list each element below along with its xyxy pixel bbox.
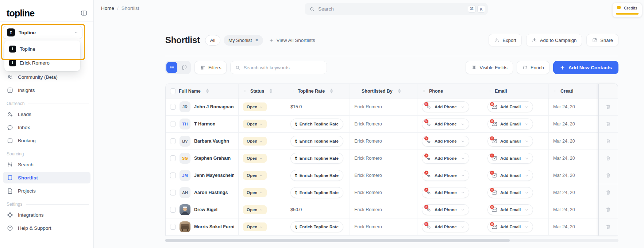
workspace-selector[interactable]: t Topline bbox=[3, 26, 82, 39]
column-header-phone[interactable]: Phone bbox=[417, 84, 483, 98]
column-header-full-name[interactable]: Full Name bbox=[166, 84, 239, 98]
status-dropdown[interactable]: Open bbox=[243, 171, 267, 180]
add-phone-button[interactable]: ✕Add Phone bbox=[422, 204, 469, 215]
drag-handle-icon[interactable] bbox=[243, 89, 247, 93]
table-row[interactable]: Morris Sokol Furniture Open tEnrich Topl… bbox=[166, 218, 598, 236]
sidebar-item-inbox[interactable]: Inbox bbox=[3, 121, 90, 133]
workspace-menu-item-erick-romero[interactable]: t Erick Romero bbox=[6, 56, 79, 70]
drag-handle-icon[interactable] bbox=[553, 89, 558, 93]
table-row[interactable]: JR John J Romagnano Open $15.0 Erick Rom… bbox=[166, 98, 598, 116]
sort-icon[interactable] bbox=[269, 89, 273, 93]
sidebar-item-search[interactable]: Search bbox=[3, 159, 90, 170]
horizontal-scrollbar[interactable] bbox=[165, 239, 618, 242]
add-email-button[interactable]: ✕Add Email bbox=[487, 187, 533, 198]
sidebar-item-insights[interactable]: Insights bbox=[3, 84, 90, 96]
export-button[interactable]: Export bbox=[489, 34, 522, 46]
sidebar-item-help-support[interactable]: Help & Support bbox=[3, 222, 90, 234]
enrich-topline-rate-button[interactable]: tEnrich Topline Rate bbox=[290, 136, 343, 147]
enrich-topline-rate-button[interactable]: tEnrich Topline Rate bbox=[290, 170, 343, 181]
visible-fields-button[interactable]: Visible Fields bbox=[466, 61, 513, 74]
enrich-topline-rate-button[interactable]: tEnrich Topline Rate bbox=[290, 153, 343, 164]
kanban-view-toggle[interactable] bbox=[179, 62, 190, 73]
share-button[interactable]: Share bbox=[586, 34, 618, 46]
keyword-search-input[interactable] bbox=[243, 65, 322, 70]
sidebar-collapse-button[interactable] bbox=[80, 9, 88, 18]
drag-handle-icon[interactable] bbox=[422, 89, 426, 93]
enrich-topline-rate-button[interactable]: tEnrich Topline Rate bbox=[290, 119, 343, 129]
row-checkbox[interactable] bbox=[170, 207, 176, 213]
delete-row-button[interactable] bbox=[604, 120, 612, 128]
list-view-toggle[interactable] bbox=[166, 62, 177, 73]
sidebar-item-leads[interactable]: Leads bbox=[3, 108, 90, 120]
enrich-button[interactable]: Enrich bbox=[517, 61, 549, 74]
column-header-email[interactable]: Email bbox=[483, 84, 549, 98]
sidebar-item-booking[interactable]: Booking bbox=[3, 135, 90, 146]
credits-button[interactable]: Credits bbox=[612, 3, 642, 18]
column-header-creati[interactable]: Creati bbox=[549, 84, 598, 98]
breadcrumb-home[interactable]: Home bbox=[101, 5, 114, 11]
status-dropdown[interactable]: Open bbox=[243, 154, 267, 163]
status-dropdown[interactable]: Open bbox=[243, 222, 267, 231]
table-row[interactable]: Drew Sigel Open $50.0 Erick Romero ✕Add … bbox=[166, 201, 598, 218]
global-search[interactable]: ⌘ K bbox=[305, 3, 488, 15]
drag-handle-icon[interactable] bbox=[354, 89, 359, 93]
close-icon[interactable]: ✕ bbox=[255, 38, 258, 43]
scrollbar-thumb[interactable] bbox=[165, 239, 510, 242]
drag-handle-icon[interactable] bbox=[290, 89, 295, 93]
add-email-button[interactable]: ✕Add Email bbox=[487, 119, 533, 129]
global-search-input[interactable] bbox=[318, 6, 468, 12]
column-header-status[interactable]: Status bbox=[239, 84, 286, 98]
add-phone-button[interactable]: ✕Add Phone bbox=[422, 101, 469, 112]
delete-row-button[interactable] bbox=[604, 154, 612, 162]
workspace-menu-item-topline[interactable]: t Topline bbox=[6, 42, 79, 56]
chip-my-shorlist[interactable]: My Shorlist✕ bbox=[224, 35, 263, 46]
row-checkbox[interactable] bbox=[170, 173, 176, 178]
column-header-shortlisted-by[interactable]: Shortlisted By bbox=[350, 84, 417, 98]
status-dropdown[interactable]: Open bbox=[243, 188, 267, 197]
delete-row-button[interactable] bbox=[604, 189, 612, 197]
add-email-button[interactable]: ✕Add Email bbox=[487, 170, 533, 181]
add-new-contacts-button[interactable]: Add New Contacts bbox=[553, 61, 618, 74]
enrich-topline-rate-button[interactable]: tEnrich Topline Rate bbox=[290, 221, 343, 232]
sidebar-item-community[interactable]: Community (Beta) bbox=[3, 71, 90, 83]
add-phone-button[interactable]: ✕Add Phone bbox=[422, 153, 469, 164]
view-all-shortlists-button[interactable]: View All Shortlists bbox=[269, 38, 315, 43]
drag-handle-icon[interactable] bbox=[487, 89, 492, 93]
sidebar-item-projects[interactable]: Projects bbox=[3, 185, 90, 197]
filters-button[interactable]: Filters bbox=[194, 61, 227, 74]
status-dropdown[interactable]: Open bbox=[243, 102, 267, 111]
sort-icon[interactable] bbox=[206, 89, 209, 93]
delete-row-button[interactable] bbox=[604, 206, 612, 214]
delete-row-button[interactable] bbox=[604, 223, 612, 231]
table-row[interactable]: AH Aaron Hastings Open tEnrich Topline R… bbox=[166, 184, 598, 201]
status-dropdown[interactable]: Open bbox=[243, 120, 267, 128]
table-row[interactable]: JM Jenn Mayenschein Open tEnrich Topline… bbox=[166, 167, 598, 184]
select-all-checkbox[interactable] bbox=[170, 88, 176, 94]
add-email-button[interactable]: ✕Add Email bbox=[487, 204, 533, 215]
add-phone-button[interactable]: ✕Add Phone bbox=[422, 136, 469, 147]
add-to-campaign-button[interactable]: Add to Campaign bbox=[526, 34, 582, 46]
row-checkbox[interactable] bbox=[170, 190, 176, 195]
delete-row-button[interactable] bbox=[604, 103, 612, 111]
sidebar-item-integrations[interactable]: Integrations bbox=[3, 209, 90, 221]
chip-all[interactable]: All bbox=[205, 35, 220, 46]
row-checkbox[interactable] bbox=[170, 224, 176, 230]
delete-row-button[interactable] bbox=[604, 171, 612, 179]
sort-icon[interactable] bbox=[330, 89, 333, 93]
status-dropdown[interactable]: Open bbox=[243, 137, 267, 146]
add-email-button[interactable]: ✕Add Email bbox=[487, 221, 533, 232]
keyword-search[interactable] bbox=[230, 61, 327, 74]
column-header-topline-rate[interactable]: Topline Rate bbox=[286, 84, 350, 98]
table-row[interactable]: BV Barbara Vaughn Open tEnrich Topline R… bbox=[166, 133, 598, 150]
add-email-button[interactable]: ✕Add Email bbox=[487, 136, 533, 147]
row-checkbox[interactable] bbox=[170, 138, 176, 144]
row-checkbox[interactable] bbox=[170, 104, 176, 110]
sidebar-item-shortlist[interactable]: Shortlist bbox=[3, 172, 90, 183]
add-email-button[interactable]: ✕Add Email bbox=[487, 101, 533, 112]
add-phone-button[interactable]: ✕Add Phone bbox=[422, 119, 469, 129]
delete-row-button[interactable] bbox=[604, 137, 612, 145]
add-phone-button[interactable]: ✕Add Phone bbox=[422, 221, 469, 232]
row-checkbox[interactable] bbox=[170, 121, 176, 127]
sort-icon[interactable] bbox=[398, 89, 401, 93]
enrich-topline-rate-button[interactable]: tEnrich Topline Rate bbox=[290, 187, 343, 198]
